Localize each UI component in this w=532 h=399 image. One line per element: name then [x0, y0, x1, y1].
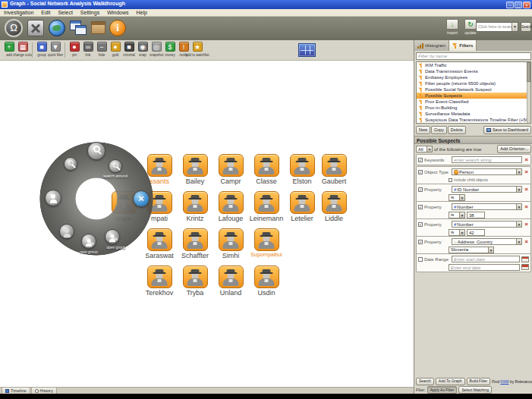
number-value-input[interactable]: 38	[467, 212, 485, 218]
start-date-input[interactable]: Enter start date	[452, 256, 520, 262]
property-select[interactable]: # Number ▼	[452, 221, 522, 228]
menu-settings[interactable]: Settings	[77, 9, 103, 17]
menu-select[interactable]: Select	[54, 9, 76, 17]
zoom-select-icon[interactable]	[64, 157, 77, 171]
toolbar-quick-filter-button[interactable]: ▼quick filter	[49, 42, 62, 57]
criterion-checkbox[interactable]: ✓	[418, 205, 423, 209]
saved-filter-row[interactable]: Filter people (returns 6500 objects)	[417, 80, 530, 86]
add-to-graph-button[interactable]: Add To Graph	[436, 378, 465, 385]
toolbar-link-button[interactable]: ∞link	[81, 42, 95, 57]
apply-as-filter-button[interactable]: Apply As Filter	[427, 386, 458, 394]
match-mode-select[interactable]: All ▼	[416, 146, 433, 152]
toolbar-money-button[interactable]: $money	[163, 42, 177, 57]
object-type-select[interactable]: Person ▼	[452, 168, 522, 175]
operator-select[interactable]: is ▼	[449, 229, 465, 236]
new-filter-button[interactable]: New	[416, 126, 430, 134]
search-button[interactable]: Search	[521, 22, 531, 32]
remove-criterion-icon[interactable]: ×	[524, 221, 529, 228]
menu-windows[interactable]: Windows	[103, 9, 132, 17]
person-node[interactable]: Liddle	[311, 191, 357, 222]
property-select[interactable]: ⌂ Address: Country ▼	[452, 238, 522, 245]
toolbar-criminal-button[interactable]: ■criminal	[122, 42, 136, 57]
close-button[interactable]: ×	[523, 2, 530, 8]
saved-filter-row[interactable]: Embassy Employees	[417, 74, 530, 80]
operator-select[interactable]: is ▼	[449, 212, 465, 218]
criterion-checkbox[interactable]: ✓	[418, 222, 423, 227]
minimize-button[interactable]: –	[506, 2, 514, 8]
person-node[interactable]: Usdin	[244, 265, 289, 297]
toolbar-change-color-button[interactable]: ▦change color	[16, 42, 30, 57]
person-select-icon[interactable]	[45, 190, 61, 206]
new-group-icon[interactable]	[81, 234, 96, 249]
toolbar-add-to-watchlist-button[interactable]: ★add to watchlist	[190, 42, 204, 57]
import-button[interactable]: ↓ import	[443, 18, 461, 39]
remove-criterion-icon[interactable]: ×	[524, 187, 529, 193]
menu-help[interactable]: Help	[133, 9, 151, 17]
remove-criterion-icon[interactable]: ×	[524, 204, 529, 210]
graph-canvas[interactable]: ssantsBaileyCamprClasseElstonGaubertInam…	[0, 61, 414, 387]
operator-select[interactable]: is ▼	[449, 194, 465, 201]
criterion-checkbox[interactable]: ✓	[418, 158, 423, 162]
select-matching-button[interactable]: Select Matching	[458, 386, 492, 394]
delete-filter-button[interactable]: Delete	[448, 126, 466, 134]
menu-edit[interactable]: Edit	[37, 9, 54, 17]
criterion-checkbox[interactable]	[418, 257, 423, 262]
property-select[interactable]: # Number ▼	[452, 203, 522, 210]
omega-logo-icon[interactable]: Ω	[5, 19, 23, 37]
toolbar-snapshot-button[interactable]: ◎snapshot	[150, 42, 163, 57]
tab-filters[interactable]: Filters	[449, 40, 477, 51]
toolbar-pin-button[interactable]: ●pin	[68, 42, 81, 57]
saved-filter-row[interactable]: Data Transmission Events	[417, 68, 530, 74]
calendar-icon[interactable]	[521, 256, 529, 262]
maximize-button[interactable]: ▢	[515, 2, 522, 8]
criterion-checkbox[interactable]: ✓	[418, 170, 423, 174]
layers-icon[interactable]	[70, 19, 88, 36]
package-icon[interactable]	[91, 19, 105, 34]
search-icon[interactable]	[87, 142, 105, 160]
toolbar-group-button[interactable]: ■group	[35, 42, 49, 57]
criterion-checkbox[interactable]: ✓	[418, 240, 423, 244]
save-to-dashboard-button[interactable]: Save to Dashboard	[483, 126, 531, 134]
layout-grid-icon[interactable]	[298, 43, 316, 57]
scrollbar-thumb[interactable]	[527, 62, 530, 82]
tools-icon[interactable]	[27, 19, 44, 36]
saved-filter-row[interactable]: IKM Traffic	[417, 62, 530, 68]
remove-criterion-icon[interactable]: ×	[524, 169, 529, 175]
close-radial-icon[interactable]: ×	[133, 190, 150, 207]
property-select[interactable]: # ID Number ▼	[452, 186, 522, 193]
saved-filter-row[interactable]: Possible Suspects	[417, 93, 530, 99]
toolbar-snap-button[interactable]: ◉snap	[136, 42, 150, 57]
chevron-down-icon[interactable]: ▼	[512, 23, 518, 31]
add-criterion-button[interactable]: Add Criterion...	[497, 145, 531, 153]
country-select[interactable]: Slovenia ▼	[449, 247, 494, 253]
saved-filter-row[interactable]: Possible Social Network Suspect	[417, 86, 530, 93]
calendar-icon[interactable]	[521, 264, 529, 270]
keywords-input[interactable]: enter search string	[452, 156, 522, 163]
number-value-input[interactable]: 42	[467, 229, 485, 236]
saved-filter-row[interactable]: Suspicious Data Transmissions Timeline F…	[417, 117, 530, 123]
build-filter-button[interactable]: Build Filter	[467, 378, 491, 385]
remove-criterion-icon[interactable]: ×	[524, 157, 529, 163]
copy-filter-button[interactable]: Copy	[431, 126, 447, 134]
criterion-checkbox[interactable]: ✓	[418, 187, 423, 192]
tab-histogram[interactable]: Histogram	[414, 40, 449, 51]
end-date-input[interactable]: Enter end date	[449, 264, 520, 271]
person-dark-icon[interactable]	[59, 224, 74, 239]
filter-by-name-input[interactable]: Filter by name	[416, 52, 531, 60]
tab-history[interactable]: History	[31, 387, 57, 394]
scrollbar[interactable]	[527, 62, 530, 123]
saved-filter-row[interactable]: Prox-in-Building	[417, 105, 530, 111]
menu-investigation[interactable]: Investigation	[0, 9, 37, 17]
person-node[interactable]: Supornpaibui	[244, 228, 289, 257]
result-count-link[interactable]: 6998	[500, 379, 508, 384]
globe-icon[interactable]	[49, 19, 65, 36]
tab-timeline[interactable]: Timeline	[2, 387, 30, 394]
saved-filter-row[interactable]: Surveillance Metadata	[417, 111, 530, 117]
remove-criterion-icon[interactable]: ×	[524, 239, 529, 245]
global-search-input[interactable]: Click here to search ▼	[476, 22, 518, 32]
toolbar-gold-button[interactable]: ●gold	[109, 42, 122, 57]
search-around-icon[interactable]	[109, 159, 122, 173]
saved-filter-row[interactable]: Prox Event-Classified	[417, 99, 530, 105]
person-node[interactable]: Gaubert	[311, 154, 357, 185]
toolbar-hide-button[interactable]: −hide	[95, 42, 109, 57]
